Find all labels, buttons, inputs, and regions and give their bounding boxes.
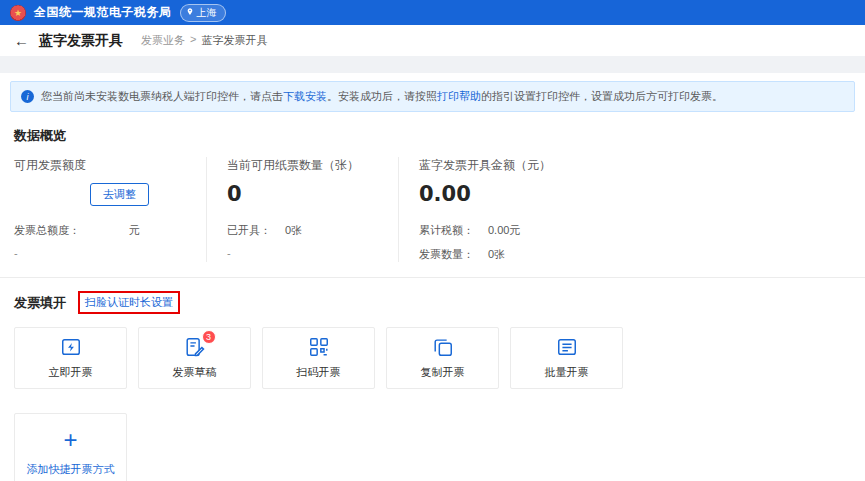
batch-icon <box>556 336 578 358</box>
back-arrow-icon[interactable]: ← <box>14 33 29 48</box>
print-control-banner: i 您当前尚未安装数电票纳税人端打印控件，请点击下载安装。安装成功后，请按照打印… <box>10 81 855 112</box>
national-emblem-logo: ★ <box>10 5 26 21</box>
paper-issued-label: 已开具： <box>227 223 271 238</box>
paper-count-value: 0 <box>227 182 242 206</box>
stats-row: 可用发票额度 去调整 发票总额度： 元 - 当前可用纸票数量（张） 0 已开具：… <box>14 157 851 262</box>
breadcrumb-separator: > <box>190 33 196 48</box>
issue-now-icon <box>60 336 82 358</box>
banner-text-part1: 您当前尚未安装数电票纳税人端打印控件，请点击 <box>41 90 283 102</box>
fill-section-title: 发票填开 <box>14 294 66 312</box>
quota-total-label: 发票总额度： <box>14 223 80 238</box>
app-title: 全国统一规范电子税务局 <box>34 4 172 21</box>
download-install-link[interactable]: 下载安装 <box>283 90 327 102</box>
info-icon: i <box>21 90 34 103</box>
header-divider-band <box>0 56 865 73</box>
breadcrumb-item-invoice-business[interactable]: 发票业务 <box>141 33 185 48</box>
main-content: i 您当前尚未安装数电票纳税人端打印控件，请点击下载安装。安装成功后，请按照打印… <box>0 73 865 481</box>
page-title: 蓝字发票开具 <box>39 32 123 50</box>
card-batch-invoicing[interactable]: 批量开票 <box>510 327 623 389</box>
blue-amount-value: 0.00 <box>419 182 471 206</box>
quota-total-unit: 元 <box>129 223 140 238</box>
card-label: 批量开票 <box>545 365 589 380</box>
add-card-label: 添加快捷开票方式 <box>27 462 115 477</box>
banner-text: 您当前尚未安装数电票纳税人端打印控件，请点击下载安装。安装成功后，请按照打印帮助… <box>41 89 723 104</box>
card-copy-invoicing[interactable]: 复制开票 <box>386 327 499 389</box>
invoicing-cards: 立即开票 3 发票草稿 扫码开票 <box>14 327 851 389</box>
paper-issued-value: 0张 <box>285 223 302 238</box>
blue-tax-row: 累计税额： 0.00元 <box>419 223 634 238</box>
quota-label: 可用发票额度 <box>14 157 192 174</box>
card-label: 复制开票 <box>421 365 465 380</box>
invoice-draft-icon: 3 <box>184 336 206 358</box>
banner-text-part3: 的指引设置打印控件，设置成功后方可打印发票。 <box>481 90 723 102</box>
card-scan-code-invoicing[interactable]: 扫码开票 <box>262 327 375 389</box>
stat-available-quota: 可用发票额度 去调整 发票总额度： 元 - <box>14 157 206 262</box>
page-header: ← 蓝字发票开具 发票业务 > 蓝字发票开具 <box>0 25 865 56</box>
adjust-quota-button[interactable]: 去调整 <box>90 183 149 206</box>
section-divider <box>0 277 865 278</box>
overview-section-title: 数据概览 <box>14 127 851 145</box>
blue-tax-label: 累计税额： <box>419 223 474 238</box>
location-pin-icon <box>186 7 194 18</box>
stat-blue-invoice-amount: 蓝字发票开具金额（元） 0.00 累计税额： 0.00元 发票数量： 0张 <box>398 157 648 262</box>
breadcrumb: 发票业务 > 蓝字发票开具 <box>141 33 267 48</box>
card-label: 发票草稿 <box>173 365 217 380</box>
paper-label: 当前可用纸票数量（张） <box>227 157 384 174</box>
copy-icon <box>432 336 454 358</box>
fill-section-header: 发票填开 扫脸认证时长设置 <box>14 291 851 314</box>
blue-amount-label: 蓝字发票开具金额（元） <box>419 157 634 174</box>
location-badge[interactable]: 上海 <box>180 4 226 22</box>
quota-total-row: 发票总额度： 元 <box>14 223 192 238</box>
print-help-link[interactable]: 打印帮助 <box>437 90 481 102</box>
card-label: 扫码开票 <box>297 365 341 380</box>
location-label: 上海 <box>197 6 217 20</box>
card-issue-now[interactable]: 立即开票 <box>14 327 127 389</box>
draft-count-badge: 3 <box>202 330 216 344</box>
banner-text-part2: 。安装成功后，请按照 <box>327 90 437 102</box>
blue-count-label: 发票数量： <box>419 247 474 262</box>
blue-count-row: 发票数量： 0张 <box>419 247 634 262</box>
paper-placeholder: - <box>227 247 384 259</box>
paper-issued-row: 已开具： 0张 <box>227 223 384 238</box>
qrcode-icon <box>308 336 330 358</box>
stat-paper-count: 当前可用纸票数量（张） 0 已开具： 0张 - <box>206 157 398 262</box>
breadcrumb-item-current: 蓝字发票开具 <box>201 33 267 48</box>
blue-count-value: 0张 <box>488 247 505 262</box>
add-quick-invoicing-card[interactable]: + 添加快捷开票方式 根据需求预先录入部分信息，生成模板，以便后续快捷开具发票。 <box>14 413 127 481</box>
face-auth-duration-link[interactable]: 扫脸认证时长设置 <box>78 291 180 314</box>
plus-icon: + <box>63 428 77 452</box>
quota-placeholder: - <box>14 247 192 259</box>
card-label: 立即开票 <box>49 365 93 380</box>
blue-tax-value: 0.00元 <box>488 223 520 238</box>
card-invoice-draft[interactable]: 3 发票草稿 <box>138 327 251 389</box>
top-bar: ★ 全国统一规范电子税务局 上海 <box>0 0 865 25</box>
